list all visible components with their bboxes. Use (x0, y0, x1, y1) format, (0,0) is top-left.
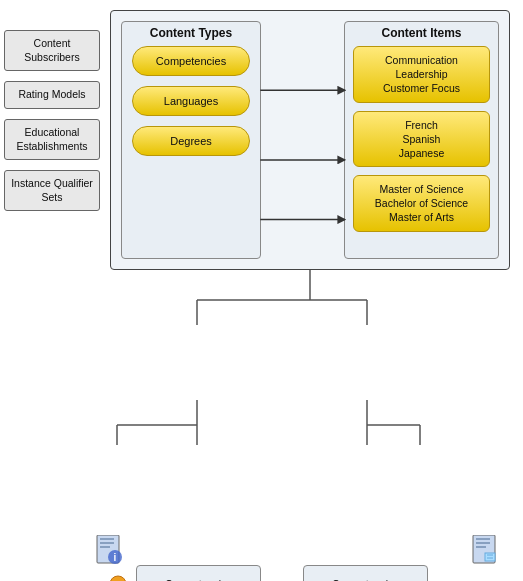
content-items-title: Content Items (345, 22, 498, 46)
degrees-pill: Degrees (132, 126, 250, 156)
sidebar: Content Subscribers Rating Models Educat… (4, 30, 100, 211)
document-icon-right (471, 535, 501, 571)
connector-svg (0, 270, 523, 580)
sidebar-item-instance-qualifier-sets[interactable]: Instance Qualifier Sets (4, 170, 100, 211)
sidebar-item-educational-establishments[interactable]: Educational Establishments (4, 119, 100, 160)
svg-rect-22 (476, 538, 490, 540)
instance-left-panel: CompetenciesLanguagesDegrees (136, 565, 261, 581)
ci-competencies-item: CommunicationLeadershipCustomer Focus (353, 46, 490, 103)
svg-rect-17 (100, 542, 114, 544)
bottom-area: i CompetenciesLanguagesDegrees Competenc… (0, 270, 523, 580)
competencies-pill: Competencies (132, 46, 250, 76)
svg-rect-23 (476, 542, 490, 544)
instance-right-text: CompetenciesLanguagesDegrees (310, 572, 421, 581)
ci-degrees-item: Master of ScienceBachelor of ScienceMast… (353, 175, 490, 232)
content-types-title: Content Types (122, 22, 260, 46)
svg-rect-16 (100, 538, 114, 540)
instance-right-panel: CompetenciesLanguagesDegrees (303, 565, 428, 581)
content-types-panel: Content Types Competencies Languages Deg… (121, 21, 261, 259)
main-diagram: Content Types Competencies Languages Deg… (110, 10, 510, 270)
person-icon (100, 575, 136, 581)
svg-text:i: i (114, 552, 117, 563)
svg-rect-24 (476, 546, 486, 548)
document-icon-left: i (95, 535, 125, 571)
languages-pill: Languages (132, 86, 250, 116)
content-items-panel: Content Items CommunicationLeadershipCus… (344, 21, 499, 259)
sidebar-item-rating-models[interactable]: Rating Models (4, 81, 100, 109)
svg-rect-25 (485, 553, 495, 561)
svg-point-28 (110, 576, 126, 581)
instance-left-text: CompetenciesLanguagesDegrees (143, 572, 254, 581)
sidebar-item-content-subscribers[interactable]: Content Subscribers (4, 30, 100, 71)
ci-languages-item: FrenchSpanishJapanese (353, 111, 490, 168)
svg-rect-18 (100, 546, 110, 548)
